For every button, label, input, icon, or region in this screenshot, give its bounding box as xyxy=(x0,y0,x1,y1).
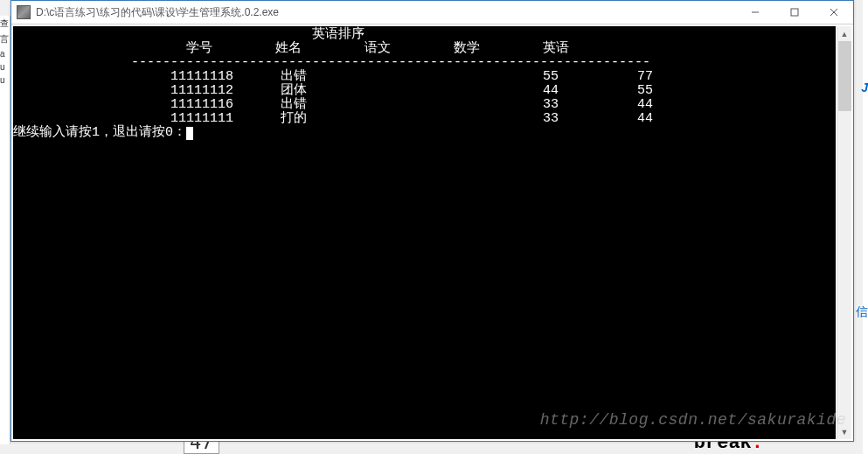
bg-text: u xyxy=(0,60,10,73)
close-icon xyxy=(830,8,838,17)
scroll-down-button[interactable]: ▼ xyxy=(837,424,851,439)
background-right-edge: J 信 xyxy=(863,0,868,454)
maximize-button[interactable] xyxy=(774,1,814,24)
scroll-thumb[interactable] xyxy=(838,41,851,111)
app-icon xyxy=(17,5,31,19)
bg-text: 查 xyxy=(0,16,10,31)
bg-text: a xyxy=(0,47,10,60)
console-window: D:\c语言练习\练习的代码\课设\学生管理系统.0.2.exe 英语排序 学号… xyxy=(10,0,854,442)
scroll-up-button[interactable]: ▲ xyxy=(837,26,851,41)
minimize-icon xyxy=(751,8,760,17)
bg-text: 言 xyxy=(0,31,10,47)
bg-text: u xyxy=(0,73,10,87)
svg-rect-1 xyxy=(791,9,798,16)
titlebar[interactable]: D:\c语言练习\练习的代码\课设\学生管理系统.0.2.exe xyxy=(11,1,853,24)
vertical-scrollbar[interactable]: ▲ ▼ xyxy=(837,26,851,439)
window-controls xyxy=(735,1,853,24)
maximize-icon xyxy=(790,8,799,17)
background-left-edge: 查 言 a u u xyxy=(0,16,10,444)
minimize-button[interactable] xyxy=(735,1,774,24)
cursor xyxy=(186,127,193,140)
bg-text: 信 xyxy=(856,304,868,320)
console-area: 英语排序 学号 姓名 语文 数学 英语 --------------------… xyxy=(11,24,853,441)
bg-text: J xyxy=(861,80,868,94)
close-button[interactable] xyxy=(814,1,853,24)
console-output[interactable]: 英语排序 学号 姓名 语文 数学 英语 --------------------… xyxy=(13,26,836,439)
window-title: D:\c语言练习\练习的代码\课设\学生管理系统.0.2.exe xyxy=(36,5,735,20)
